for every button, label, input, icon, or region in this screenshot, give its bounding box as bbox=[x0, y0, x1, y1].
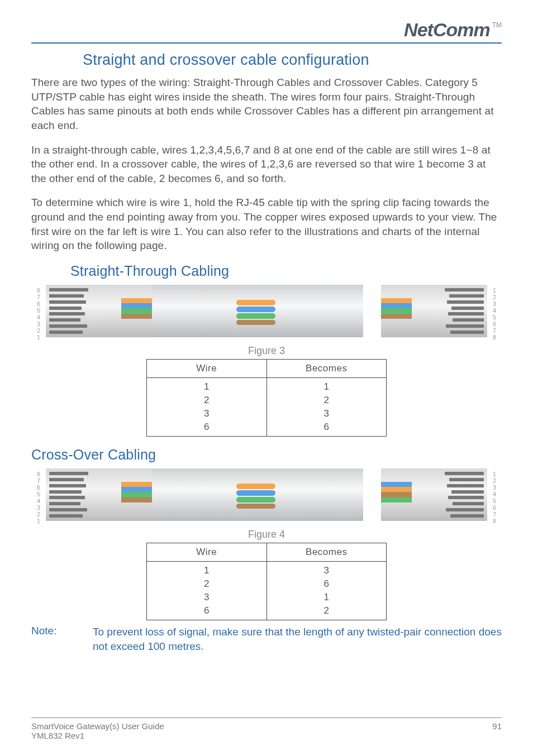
pin-bar bbox=[448, 312, 484, 315]
footer-revision: YML832 Rev1 bbox=[31, 731, 164, 740]
pin-bar bbox=[49, 490, 82, 494]
cell-becomes: 1 bbox=[266, 378, 387, 394]
col-header-becomes: Becomes bbox=[266, 360, 387, 378]
wire-orange bbox=[381, 298, 412, 303]
pin-bar bbox=[49, 331, 83, 334]
pin-bar bbox=[49, 294, 84, 298]
wire-brown bbox=[121, 497, 152, 503]
pin-labels-right: 1 2 3 4 5 6 7 8 bbox=[487, 468, 502, 521]
brand-trademark: TM bbox=[492, 21, 502, 29]
pin-labels-right: 1 2 3 4 5 6 7 8 bbox=[487, 285, 502, 337]
cell-becomes: 2 bbox=[266, 394, 387, 407]
pin-bar bbox=[445, 472, 484, 475]
pin-number: 8 bbox=[493, 518, 496, 524]
pin-bar bbox=[49, 478, 84, 481]
cell-wire: 3 bbox=[147, 407, 267, 420]
pin-bar bbox=[446, 324, 484, 328]
wire-green bbox=[381, 308, 412, 313]
pin-number: 6 bbox=[37, 484, 40, 491]
pin-bar bbox=[49, 312, 85, 315]
table-row: 3 3 bbox=[147, 407, 387, 420]
pin-bar bbox=[448, 496, 484, 499]
page-footer: SmartVoice Gateway(s) User Guide YML832 … bbox=[31, 717, 502, 740]
intro-paragraph-2: In a straight-through cable, wires 1,2,3… bbox=[31, 143, 502, 186]
brand-logo: NetComm TM bbox=[404, 20, 502, 39]
rj45-connector-left bbox=[46, 468, 152, 521]
pin-labels-left: 8 7 6 5 4 3 2 1 bbox=[31, 468, 46, 521]
footer-left: SmartVoice Gateway(s) User Guide YML832 … bbox=[31, 721, 164, 740]
cell-wire: 2 bbox=[147, 394, 267, 407]
wire-blue bbox=[121, 487, 152, 492]
pin-number: 7 bbox=[37, 294, 40, 300]
wire-brown bbox=[236, 320, 275, 326]
wire-blue bbox=[381, 482, 412, 487]
connector-pins bbox=[445, 288, 484, 334]
wire-brown bbox=[381, 492, 412, 497]
pin-number: 8 bbox=[37, 471, 40, 477]
pin-number: 1 bbox=[37, 518, 40, 524]
cell-becomes: 1 bbox=[266, 591, 387, 604]
pin-bar bbox=[49, 514, 83, 518]
cell-wire: 2 bbox=[147, 577, 267, 591]
pin-bar bbox=[49, 288, 88, 291]
figure-3-caption: Figure 3 bbox=[31, 345, 502, 357]
col-header-wire: Wire bbox=[147, 543, 267, 562]
straight-mapping-table: Wire Becomes 1 1 2 2 3 3 6 6 bbox=[146, 359, 387, 437]
note-block: Note: To prevent loss of signal, make su… bbox=[31, 625, 502, 653]
document-page: NetComm TM Straight and crossover cable … bbox=[0, 0, 533, 756]
pin-number: 1 bbox=[493, 471, 496, 477]
connector-pins bbox=[49, 472, 88, 518]
pin-number: 5 bbox=[37, 491, 40, 497]
cell-wire: 1 bbox=[147, 378, 267, 394]
pin-bar bbox=[449, 294, 484, 298]
wire-blue bbox=[236, 307, 275, 312]
wire-orange bbox=[236, 484, 275, 489]
cell-wire: 6 bbox=[147, 604, 267, 620]
pin-number: 1 bbox=[37, 334, 40, 341]
pin-bar bbox=[447, 300, 484, 304]
wire-green bbox=[121, 492, 152, 497]
intro-paragraph-1: There are two types of the wiring: Strai… bbox=[31, 75, 502, 133]
rj45-connector-right bbox=[381, 468, 487, 521]
pin-number: 1 bbox=[493, 287, 496, 294]
pin-bar bbox=[49, 324, 87, 328]
wire-brown bbox=[121, 314, 152, 319]
connector-pins bbox=[49, 288, 88, 334]
note-label: Note: bbox=[31, 625, 65, 637]
cell-wire: 6 bbox=[147, 420, 267, 437]
pin-number: 3 bbox=[493, 300, 496, 307]
pin-bar bbox=[451, 490, 484, 494]
pin-number: 4 bbox=[37, 314, 40, 320]
pin-bar bbox=[49, 508, 87, 511]
pin-bar bbox=[446, 508, 484, 511]
pin-number: 6 bbox=[493, 320, 496, 327]
pin-number: 4 bbox=[37, 497, 40, 504]
col-header-becomes: Becomes bbox=[266, 543, 387, 562]
pin-number: 4 bbox=[493, 307, 496, 314]
subsection-straight-heading: Straight-Through Cabling bbox=[70, 263, 502, 279]
wire-stub bbox=[121, 298, 152, 324]
pin-number: 3 bbox=[37, 504, 40, 511]
pin-bar bbox=[449, 478, 484, 481]
pin-number: 8 bbox=[37, 287, 40, 294]
wire-green bbox=[121, 308, 152, 313]
page-header: NetComm TM bbox=[31, 13, 502, 44]
wire-stub bbox=[381, 482, 412, 508]
cell-becomes: 2 bbox=[266, 604, 387, 620]
wire-blue bbox=[381, 303, 412, 308]
pin-number: 2 bbox=[37, 327, 40, 334]
pin-number: 4 bbox=[493, 491, 496, 497]
crossover-mapping-table: Wire Becomes 1 3 2 6 3 1 6 2 bbox=[146, 543, 387, 620]
cell-becomes: 6 bbox=[266, 577, 387, 591]
wire-orange bbox=[236, 300, 275, 305]
footer-page-number: 91 bbox=[492, 721, 502, 731]
table-row: 3 1 bbox=[147, 591, 387, 604]
wire-bundle bbox=[236, 299, 275, 326]
connector-pins bbox=[445, 472, 484, 518]
wire-brown bbox=[381, 314, 412, 319]
pin-bar bbox=[49, 472, 88, 475]
wire-blue bbox=[236, 490, 275, 496]
pin-bar bbox=[49, 484, 86, 487]
wire-brown bbox=[236, 504, 275, 509]
wire-orange bbox=[121, 298, 152, 303]
